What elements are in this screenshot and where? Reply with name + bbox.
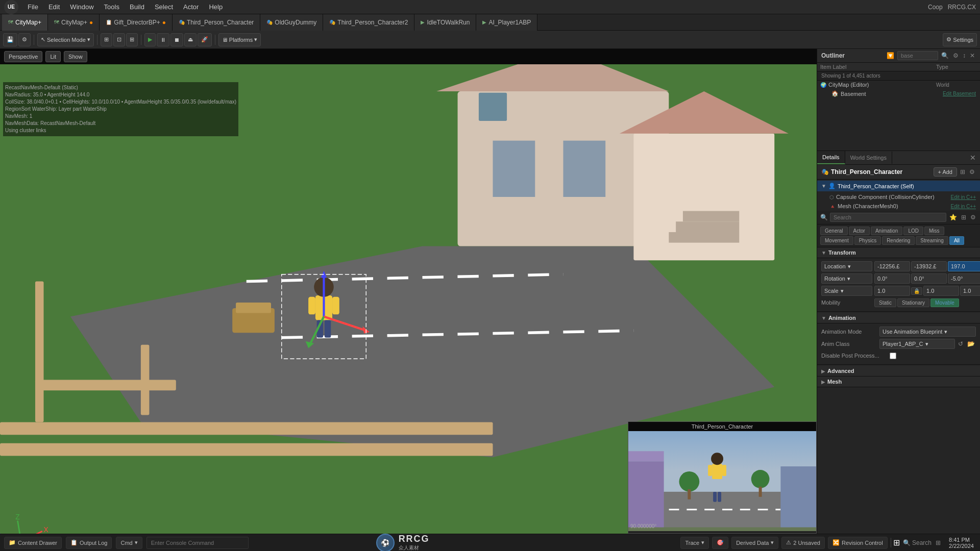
mesh-section-header[interactable]: ▶ Mesh	[817, 377, 980, 387]
tab-world-settings[interactable]: World Settings	[845, 152, 892, 164]
outliner-close-button[interactable]: ✕	[969, 51, 976, 60]
menu-actor[interactable]: Actor	[178, 2, 204, 12]
anim-mode-dropdown[interactable]: Use Animation Blueprint ▾	[879, 327, 976, 337]
animation-section-header[interactable]: ▼ Animation	[817, 313, 980, 323]
cat-lod[interactable]: LOD	[903, 227, 923, 235]
console-command-input[interactable]	[146, 537, 249, 549]
tab-citymap2[interactable]: 🗺 CityMap+ ●	[48, 14, 100, 31]
tab-oldguy[interactable]: 🎭 OldGuyDummy	[260, 14, 323, 31]
scale-x-input[interactable]	[874, 286, 910, 296]
trace-button[interactable]: Trace ▾	[680, 537, 709, 549]
cat-physics[interactable]: Physics	[854, 236, 881, 245]
scale-y-input[interactable]	[923, 286, 959, 296]
capsule-component[interactable]: ⬡ Capsule Component (CollisionCylinder) …	[817, 192, 980, 202]
show-button[interactable]: Show	[64, 51, 87, 62]
unsaved-button[interactable]: ⚠ 2 Unsaved	[781, 537, 825, 549]
self-component[interactable]: ▼ 👤 Third_Person_Character (Self)	[817, 181, 980, 191]
tab-third-person2[interactable]: 🎭 Third_Person_Character2	[323, 14, 414, 31]
revision-control-button[interactable]: 🔀 Revision Control	[828, 537, 888, 549]
mobility-movable-button[interactable]: Movable	[930, 298, 959, 307]
editor-settings-button[interactable]: ⚙ Settings	[943, 33, 977, 46]
details-grid-button[interactable]: ⊞	[960, 213, 967, 222]
trace-icon-button[interactable]: 🎯	[712, 537, 728, 549]
mobility-stationary-button[interactable]: Stationary	[897, 298, 929, 307]
viewport[interactable]: Perspective Lit Show ↖ ✛ ↻ ⊡ ⊞ 🌐 ⊞ 1 ↻ 5…	[0, 49, 817, 534]
launch-button[interactable]: 🚀	[198, 33, 212, 46]
snap-button[interactable]: ⊡	[113, 33, 125, 46]
details-close-button[interactable]: ✕	[966, 152, 980, 164]
mobility-static-button[interactable]: Static	[874, 298, 896, 307]
cat-all[interactable]: All	[949, 236, 964, 245]
rotation-x-input[interactable]	[874, 273, 910, 284]
stop-button[interactable]: ⏹	[170, 33, 183, 46]
details-settings-button2[interactable]: ⚙	[969, 213, 977, 222]
scale-lock-button[interactable]: 🔒	[911, 287, 922, 295]
outliner-item-basement[interactable]: 🏠 Basement Edit Basement	[817, 89, 980, 98]
anim-class-open-button[interactable]: 📂	[966, 339, 976, 348]
advanced-section-header[interactable]: ▶ Advanced	[817, 366, 980, 377]
play-button[interactable]: ▶	[144, 33, 156, 46]
taskbar-search-button[interactable]: 🔍 Search	[902, 538, 933, 547]
cat-rendering[interactable]: Rendering	[882, 236, 915, 245]
cat-movement[interactable]: Movement	[820, 236, 853, 245]
perspective-button[interactable]: Perspective	[4, 51, 42, 62]
eject-button[interactable]: ⏏	[184, 33, 197, 46]
pause-button[interactable]: ⏸	[157, 33, 169, 46]
outliner-search-input[interactable]	[897, 51, 938, 60]
cat-streaming[interactable]: Streaming	[916, 236, 948, 245]
scale-z-input[interactable]	[960, 286, 980, 296]
menu-help[interactable]: Help	[204, 2, 228, 12]
comp-settings-button[interactable]: ⚙	[968, 167, 976, 177]
rotation-y-input[interactable]	[911, 273, 947, 284]
settings-button[interactable]: ⚙	[18, 33, 31, 46]
outliner-item-citymap[interactable]: 🌍 CityMap (Editor) World	[817, 81, 980, 89]
mesh-edit-link[interactable]: Edit in C++	[951, 204, 976, 209]
cat-general[interactable]: General	[820, 227, 848, 235]
scale-dropdown[interactable]: Scale ▾	[821, 286, 872, 296]
cat-miss[interactable]: Miss	[924, 227, 944, 235]
selection-mode-button[interactable]: ↖ Selection Mode ▾	[37, 33, 94, 46]
rotation-z-input[interactable]	[948, 273, 980, 284]
location-y-input[interactable]	[911, 261, 947, 271]
platforms-button[interactable]: 🖥 Platforms ▾	[218, 33, 261, 46]
outliner-search-button[interactable]: 🔍	[940, 51, 950, 60]
rotation-dropdown[interactable]: Rotation ▾	[821, 273, 872, 284]
menu-window[interactable]: Window	[65, 2, 99, 12]
output-log-button[interactable]: 📋 Output Log	[66, 537, 112, 549]
save-button[interactable]: 💾	[3, 33, 17, 46]
add-component-button[interactable]: + Add	[934, 167, 957, 177]
edit-basement-link[interactable]: Edit Basement	[943, 91, 976, 96]
location-dropdown[interactable]: Location ▾	[821, 261, 872, 271]
outliner-filter-button[interactable]: 🔽	[886, 51, 895, 60]
transform-button[interactable]: ⊞	[101, 33, 112, 46]
tab-details[interactable]: Details	[817, 151, 845, 164]
mesh-component[interactable]: 🔺 Mesh (CharacterMesh0) Edit in C++	[817, 202, 980, 211]
cmd-button[interactable]: Cmd ▾	[116, 537, 142, 549]
menu-file[interactable]: File	[22, 2, 43, 12]
tab-aiplayer[interactable]: ▶ AI_Player1ABP	[476, 14, 537, 31]
menu-edit[interactable]: Edit	[43, 2, 65, 12]
tab-third-person[interactable]: 🎭 Third_Person_Character	[173, 14, 260, 31]
transform-section-header[interactable]: ▼ Transform	[817, 247, 980, 258]
outliner-settings-button[interactable]: ⚙	[952, 51, 960, 60]
tab-gift[interactable]: 📋 Gift_DirectorBP+ ●	[100, 14, 173, 31]
location-z-input[interactable]	[948, 261, 980, 271]
anim-class-browse-button[interactable]: ↺	[957, 339, 964, 348]
location-x-input[interactable]	[874, 261, 910, 271]
taskbar-apps-button[interactable]: ⊞	[935, 538, 942, 547]
cat-actor[interactable]: Actor	[849, 227, 870, 235]
grid-button[interactable]: ⊞	[126, 33, 138, 46]
tab-idle[interactable]: ▶ IdleTOWalkRun	[414, 14, 476, 31]
disable-post-checkbox[interactable]	[890, 353, 896, 359]
tab-citymap1[interactable]: 🗺 CityMap+	[2, 14, 48, 31]
menu-select[interactable]: Select	[150, 2, 178, 12]
details-fav-button[interactable]: ⭐	[948, 213, 958, 222]
menu-build[interactable]: Build	[125, 2, 150, 12]
derived-data-button[interactable]: Derived Data ▾	[731, 537, 778, 549]
content-drawer-button[interactable]: 📁 Content Drawer	[4, 537, 62, 549]
details-search-input[interactable]	[830, 213, 946, 222]
anim-class-dropdown[interactable]: Player1_ABP_C ▾	[879, 339, 955, 349]
comp-view-button[interactable]: ⊞	[959, 167, 966, 177]
lit-button[interactable]: Lit	[45, 51, 61, 62]
cat-animation[interactable]: Animation	[871, 227, 902, 235]
